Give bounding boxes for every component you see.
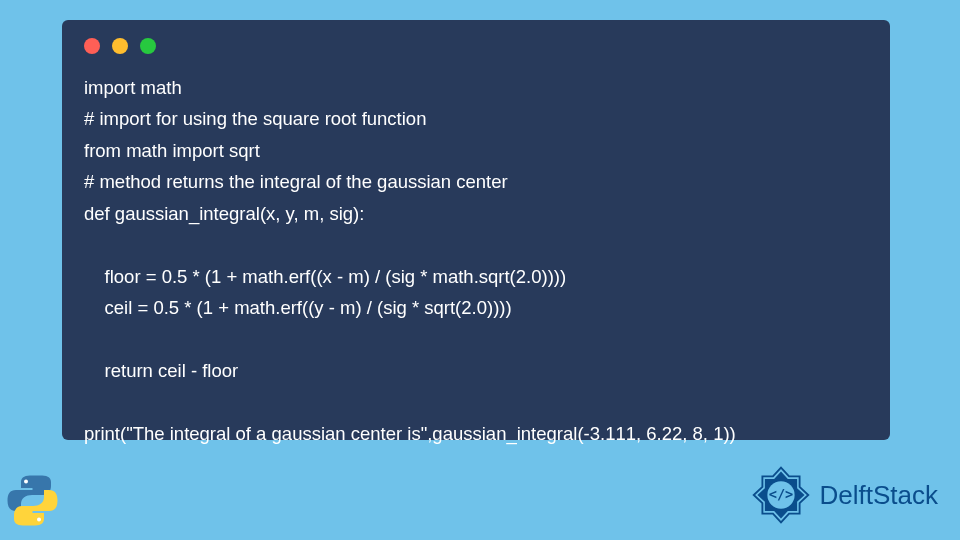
svg-point-0 (24, 480, 28, 484)
svg-text:</>: </> (768, 486, 793, 502)
code-line: # import for using the square root funct… (84, 108, 426, 129)
window-controls (84, 38, 868, 54)
delftstack-icon: </> (750, 464, 812, 526)
code-line: ceil = 0.5 * (1 + math.erf((y - m) / (si… (84, 297, 512, 318)
code-line: def gaussian_integral(x, y, m, sig): (84, 203, 364, 224)
svg-point-1 (37, 518, 41, 522)
code-line: return ceil - floor (84, 360, 238, 381)
code-line: from math import sqrt (84, 140, 260, 161)
code-line: print("The integral of a gaussian center… (84, 423, 736, 444)
brand-name: DelftStack (820, 480, 939, 511)
close-icon (84, 38, 100, 54)
code-line: # method returns the integral of the gau… (84, 171, 508, 192)
code-block: import math # import for using the squar… (62, 20, 890, 440)
brand-logo: </> DelftStack (750, 464, 939, 526)
maximize-icon (140, 38, 156, 54)
code-content: import math # import for using the squar… (84, 72, 868, 449)
python-logo-icon (5, 473, 60, 528)
code-line: floor = 0.5 * (1 + math.erf((x - m) / (s… (84, 266, 566, 287)
code-line: import math (84, 77, 182, 98)
minimize-icon (112, 38, 128, 54)
